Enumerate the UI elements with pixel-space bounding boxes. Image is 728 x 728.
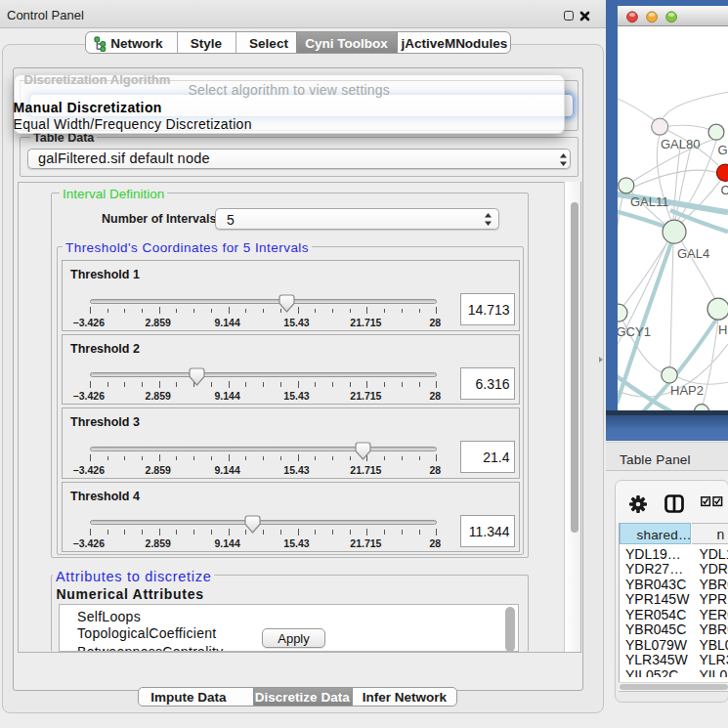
svg-text:GAL11: GAL11 [630,194,669,209]
svg-text:G.: G. [718,143,728,157]
svg-text:HAP2: HAP2 [670,383,704,398]
svg-text:C: C [721,183,728,197]
svg-text:GAL80: GAL80 [661,137,700,151]
svg-text:GAL4: GAL4 [677,246,709,261]
svg-text:GCY1: GCY1 [618,324,651,339]
svg-text:H: H [718,322,727,337]
